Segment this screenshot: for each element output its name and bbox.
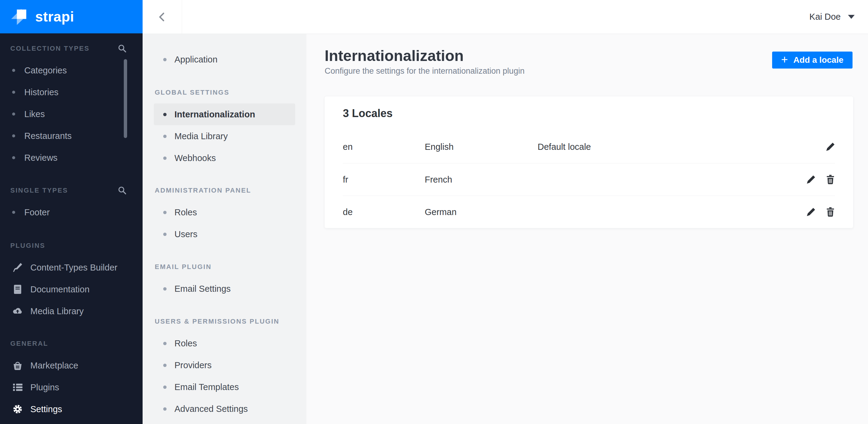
sidebar-item-label: Categories: [24, 66, 67, 75]
settings-nav: Application GLOBAL SETTINGS Internationa…: [143, 34, 306, 424]
sidebar-item-content-types-builder[interactable]: Content-Types Builder: [0, 257, 143, 279]
sidebar-item-marketplace[interactable]: Marketplace: [0, 355, 143, 377]
strapi-logo-icon: [10, 7, 29, 26]
section-label: COLLECTION TYPES: [10, 44, 90, 53]
sidebar-item-label: Documentation: [30, 285, 90, 294]
settings-nav-item-email-templates[interactable]: Email Templates: [154, 376, 295, 398]
logo-text: strapi: [35, 8, 74, 25]
bullet-icon: [163, 157, 166, 160]
settings-section-email-plugin: EMAIL PLUGIN Email Settings: [143, 245, 306, 300]
bullet-icon: [163, 364, 166, 367]
paintbrush-icon: [12, 263, 23, 272]
locale-name: French: [425, 175, 537, 185]
bullet-icon: [163, 407, 166, 411]
settings-nav-item-email-settings[interactable]: Email Settings: [154, 278, 295, 300]
settings-nav-item-providers[interactable]: Providers: [154, 354, 295, 376]
settings-nav-item-label: Internationalization: [175, 109, 255, 120]
bullet-icon: [12, 91, 15, 94]
settings-nav-item-label: Providers: [175, 360, 212, 370]
search-icon[interactable]: [118, 186, 127, 195]
add-locale-button[interactable]: + Add a locale: [772, 52, 852, 69]
sidebar-item-categories[interactable]: Categories: [0, 60, 143, 81]
delete-locale-button[interactable]: [826, 175, 835, 185]
plus-icon: +: [781, 54, 788, 65]
locale-row-de: de German: [343, 196, 835, 228]
sidebar-item-likes[interactable]: Likes: [0, 103, 143, 125]
delete-locale-button[interactable]: [826, 207, 835, 217]
sidebar-item-documentation[interactable]: Documentation: [0, 279, 143, 300]
trash-icon: [826, 175, 835, 185]
bullet-icon: [12, 112, 15, 116]
section-label: SINGLE TYPES: [10, 187, 68, 194]
settings-section-administration-panel: ADMINISTRATION PANEL Roles Users: [143, 169, 306, 245]
sidebar-item-media-library[interactable]: Media Library: [0, 300, 143, 322]
sidebar-item-label: Footer: [24, 207, 50, 218]
sidebar-item-label: Restaurants: [24, 131, 71, 141]
locales-count-heading: 3 Locales: [343, 107, 835, 120]
sidebar-item-reviews[interactable]: Reviews: [0, 147, 143, 169]
sidebar-item-restaurants[interactable]: Restaurants: [0, 125, 143, 147]
section-label: GENERAL: [10, 340, 48, 348]
pencil-icon: [826, 142, 835, 152]
gear-icon: [12, 404, 23, 414]
settings-nav-item-internationalization[interactable]: Internationalization: [154, 103, 295, 125]
basket-icon: [12, 361, 23, 370]
main-content: Internationalization Configure the setti…: [306, 34, 868, 424]
bullet-icon: [12, 211, 15, 214]
bullet-icon: [12, 69, 15, 72]
settings-nav-item-label: Advanced Settings: [175, 404, 248, 414]
sidebar-item-label: Marketplace: [30, 361, 78, 370]
bullet-icon: [12, 156, 15, 159]
settings-nav-item-application[interactable]: Application: [154, 48, 295, 70]
locale-code: de: [343, 207, 425, 217]
strapi-logo[interactable]: strapi: [0, 0, 143, 33]
back-button[interactable]: [143, 0, 182, 34]
settings-nav-item-label: Email Settings: [175, 284, 230, 294]
locale-code: en: [343, 142, 425, 152]
sidebar-section-general: GENERAL Marketplace: [0, 322, 143, 420]
settings-section-label: EMAIL PLUGIN: [143, 261, 306, 273]
settings-nav-item-advanced-settings[interactable]: Advanced Settings: [154, 398, 295, 420]
locale-name: English: [425, 142, 537, 152]
settings-nav-item-label: Application: [175, 55, 218, 65]
bullet-icon: [163, 233, 166, 236]
trash-icon: [826, 207, 835, 217]
user-menu[interactable]: Kai Doe: [809, 0, 855, 34]
locale-row-en: en English Default locale: [343, 131, 835, 163]
edit-locale-button[interactable]: [806, 207, 815, 217]
book-icon: [12, 285, 23, 294]
settings-nav-item-media-library[interactable]: Media Library: [154, 125, 295, 147]
sidebar-item-footer[interactable]: Footer: [0, 201, 143, 223]
bullet-icon: [12, 134, 15, 137]
settings-nav-item-label: Email Templates: [175, 382, 239, 392]
sidebar-item-plugins[interactable]: Plugins: [0, 377, 143, 398]
bullet-icon: [163, 135, 166, 138]
bullet-icon: [163, 58, 166, 61]
settings-nav-item-up-roles[interactable]: Roles: [154, 332, 295, 354]
settings-nav-item-webhooks[interactable]: Webhooks: [154, 147, 295, 169]
edit-locale-button[interactable]: [806, 175, 815, 185]
sidebar-scrollbar-thumb[interactable]: [124, 59, 127, 138]
edit-locale-button[interactable]: [826, 142, 835, 152]
bullet-icon: [163, 386, 166, 389]
settings-nav-item-label: Media Library: [175, 131, 228, 141]
user-name: Kai Doe: [809, 12, 841, 22]
settings-nav-item-admin-users[interactable]: Users: [154, 223, 295, 245]
sidebar-item-label: Likes: [24, 109, 45, 119]
sidebar-item-label: Reviews: [24, 153, 58, 163]
search-icon[interactable]: [118, 44, 127, 53]
main-sidebar: strapi COLLECTION TYPES Categories Histo…: [0, 0, 143, 424]
bullet-icon: [163, 113, 166, 116]
sidebar-item-settings[interactable]: Settings: [0, 398, 143, 420]
chevron-left-icon: [157, 12, 167, 22]
settings-nav-item-admin-roles[interactable]: Roles: [154, 201, 295, 223]
sidebar-section-single-types: SINGLE TYPES Footer: [0, 169, 143, 223]
strapi-admin-app: { "colors": { "accent": "#007eff", "side…: [0, 0, 868, 424]
sidebar-item-histories[interactable]: Histories: [0, 81, 143, 103]
locale-code: fr: [343, 175, 425, 185]
sidebar-item-label: Content-Types Builder: [30, 263, 117, 273]
pencil-icon: [806, 175, 815, 185]
section-label: PLUGINS: [10, 242, 45, 250]
add-locale-button-label: Add a locale: [794, 55, 843, 65]
locale-default-badge: Default locale: [537, 142, 826, 152]
